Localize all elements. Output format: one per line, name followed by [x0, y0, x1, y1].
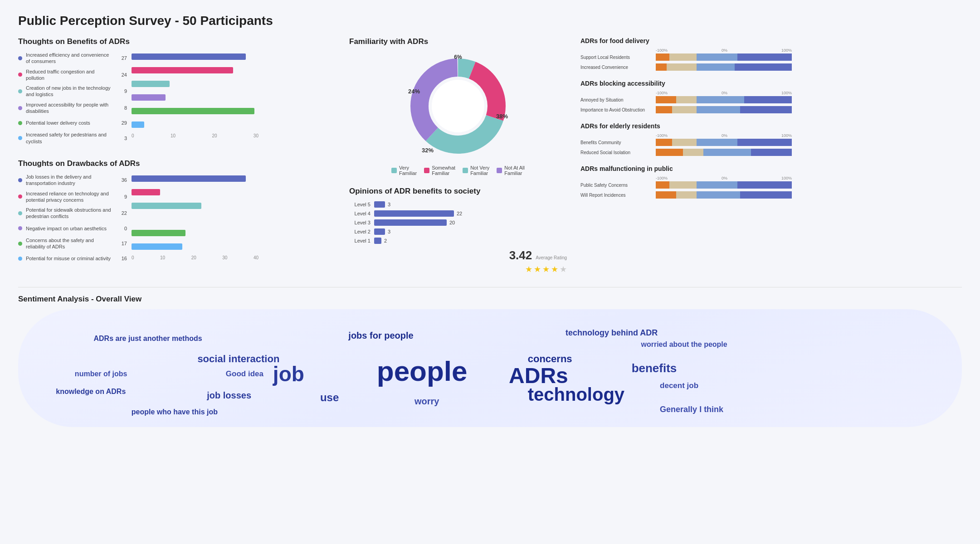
word-cloud-word: technology: [528, 384, 624, 404]
opinions-level-label: Level 3: [349, 220, 374, 225]
bar-value: 27: [117, 55, 127, 61]
familiarity-section: Familiarity with ADRs: [349, 37, 567, 176]
star-5: ★: [560, 264, 567, 274]
food-delivery-title: ADRs for food delivery: [580, 37, 962, 44]
likert-row: Support Local Residents: [580, 53, 962, 61]
legend-not-very-familiar: Not VeryFamiliar: [463, 165, 489, 176]
donut-legend: VeryFamiliar SomewhatFamiliar Not VeryFa…: [391, 165, 525, 176]
bar-row: [132, 79, 258, 89]
bar-item: Increased safety for pedestrians and cyc…: [18, 131, 127, 145]
likert-row-label: Public Safety Concerns: [580, 182, 653, 188]
likert-bar-container: [656, 96, 792, 103]
bar-dot: [18, 136, 22, 140]
bar-row: [132, 65, 258, 75]
bar-label: Improved accessibility for people with d…: [26, 102, 113, 115]
bar-fill: [132, 81, 170, 87]
bar-item: Improved accessibility for people with d…: [18, 102, 127, 115]
benefits-title: Thoughts on Benefits of ADRs: [18, 37, 336, 46]
likert-segment: [740, 106, 792, 113]
blocking-section: ADRs blocking accessibility -100%0%100%A…: [580, 80, 962, 113]
likert-row: Reduced Social Isolation: [580, 149, 962, 156]
word-cloud-word: technology behind ADR: [566, 328, 658, 338]
bar-fill: [132, 243, 182, 250]
bar-item: Potential lower delivery costs 29: [18, 118, 127, 128]
blocking-chart: -100%0%100%Annoyed by SituationImportanc…: [580, 91, 962, 113]
likert-segment: [656, 96, 676, 103]
opinions-title: Opinions of ADR benefits to society: [349, 187, 567, 196]
bar-dot: [18, 121, 22, 125]
malfunctioning-chart: -100%0%100%Public Safety ConcernsWill Re…: [580, 176, 962, 199]
likert-row-label: Benefits Community: [580, 140, 653, 146]
food-delivery-chart: -100%0%100%Support Local ResidentsIncrea…: [580, 48, 962, 71]
likert-bar-container: [656, 139, 792, 146]
word-cloud-word: jobs for people: [348, 330, 413, 340]
word-cloud-word: people who have this job: [132, 408, 218, 416]
bar-value: 16: [117, 256, 127, 261]
drawbacks-axis-20: 20: [191, 255, 196, 260]
likert-segment: [683, 149, 703, 156]
likert-segment: [672, 106, 697, 113]
likert-segment: [656, 53, 669, 61]
word-cloud-word: job: [273, 362, 304, 386]
bar-value: 8: [117, 105, 127, 111]
likert-segment: [697, 191, 740, 199]
bar-row: [132, 228, 258, 238]
opinions-count: 3: [388, 202, 390, 207]
likert-segment: [697, 53, 737, 61]
word-cloud-word: people: [377, 355, 468, 387]
bar-fill: [132, 67, 233, 73]
likert-segment: [751, 149, 792, 156]
opinions-bar-row: Level 1 2: [349, 238, 567, 244]
likert-segment: [676, 191, 697, 199]
donut-svg: [404, 52, 512, 160]
benefits-section: Thoughts on Benefits of ADRs Increased e…: [18, 37, 336, 148]
likert-row: Benefits Community: [580, 139, 962, 146]
opinions-bar-row: Level 4 22: [349, 210, 567, 217]
likert-segment: [737, 181, 792, 189]
bar-dot: [18, 194, 22, 199]
bar-label: Potential for sidewalk obstructions and …: [26, 207, 113, 220]
donut-chart: 6% 24% 38% 32%: [404, 52, 512, 160]
legend-label-notvery: Not VeryFamiliar: [470, 165, 489, 176]
bar-dot: [18, 106, 22, 110]
opinions-bar-fill: [374, 210, 454, 217]
word-cloud-word: decent job: [660, 381, 698, 390]
likert-axis: -100%0%100%: [656, 91, 792, 95]
elderly-chart: -100%0%100%Benefits CommunityReduced Soc…: [580, 133, 962, 156]
word-cloud-word: use: [320, 391, 339, 404]
malfunctioning-title: ADRs malfunctioning in public: [580, 165, 962, 172]
likert-segment: [656, 149, 683, 156]
likert-row-label: Importance to Avoid Obstruction: [580, 107, 653, 113]
bar-item: Reduced traffic congestion and pollution…: [18, 68, 127, 82]
opinions-bar-row: Level 2 3: [349, 228, 567, 235]
bar-row: [132, 52, 258, 62]
opinions-bars: Level 5 3 Level 4 22 Level 3 20 Level 2 …: [349, 201, 567, 244]
benefits-labels: Increased efficiency and convenience of …: [18, 52, 127, 148]
likert-segment: [744, 96, 792, 103]
bar-row: [132, 120, 258, 130]
wordcloud-container: ADRs are just another methodssocial inte…: [18, 309, 962, 427]
bar-fill: [132, 203, 201, 209]
opinions-section: Opinions of ADR benefits to society Leve…: [349, 187, 567, 274]
likert-segment: [656, 181, 669, 189]
likert-segment: [697, 139, 737, 146]
likert-segment: [656, 139, 672, 146]
donut-label-6pct: 6%: [454, 54, 462, 60]
star-3: ★: [542, 264, 550, 274]
likert-row-label: Reduced Social Isolation: [580, 150, 653, 155]
main-container: Public Perception Survey - 50 Participan…: [0, 0, 980, 441]
familiarity-title: Familiarity with ADRs: [349, 37, 567, 46]
bar-value: 9: [117, 88, 127, 94]
bar-value: 17: [117, 241, 127, 246]
opinions-bar-row: Level 3 20: [349, 219, 567, 226]
word-cloud-word: Good idea: [226, 369, 263, 379]
legend-dot-notvery: [463, 168, 468, 173]
benefits-bars-area: 0 10 20 30: [127, 52, 336, 148]
likert-bar-container: [656, 53, 792, 61]
bar-dot: [18, 73, 22, 77]
drawbacks-axis-40: 40: [254, 255, 258, 260]
bar-fill: [132, 108, 254, 114]
opinions-bar-fill: [374, 219, 447, 226]
bar-label: Negative impact on urban aesthetics: [26, 225, 113, 232]
likert-bar-container: [656, 106, 792, 113]
